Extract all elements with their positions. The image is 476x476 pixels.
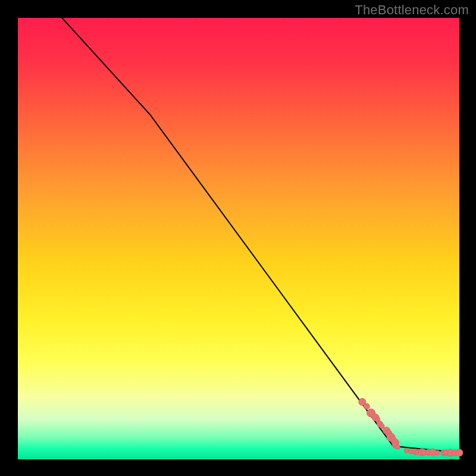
scatter-point	[456, 449, 463, 456]
chart-frame: TheBottleneck.com	[0, 0, 476, 476]
watermark-label: TheBottleneck.com	[355, 2, 469, 18]
scatter-point	[380, 424, 384, 428]
scatter-point	[395, 444, 400, 449]
scatter-point	[435, 450, 440, 455]
scatter-point	[364, 403, 369, 409]
scatter-point	[404, 448, 409, 453]
chart-svg	[0, 0, 476, 476]
plot-background	[18, 18, 459, 459]
